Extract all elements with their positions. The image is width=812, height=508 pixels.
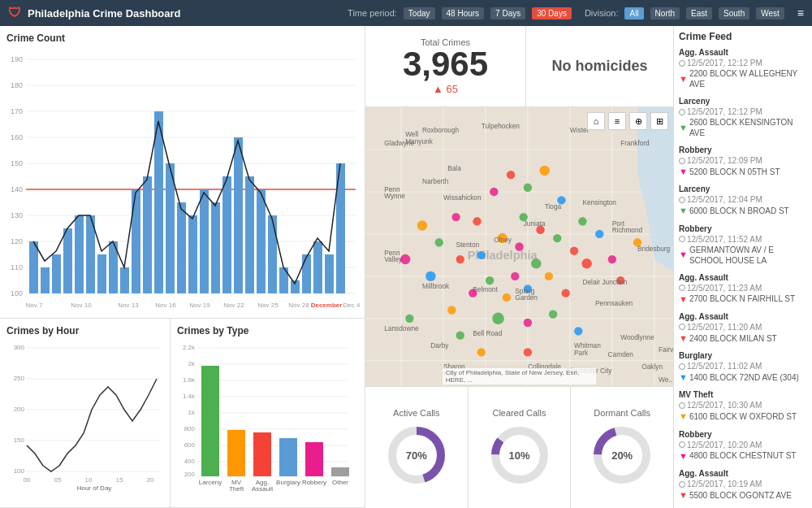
svg-text:Dec 4: Dec 4 [343,302,361,309]
feed-item-type: Agg. Assault [679,47,807,58]
app-title: Philadelphia Crime Dashboard [28,7,181,20]
svg-rect-96 [279,438,297,476]
svg-text:Nov 25: Nov 25 [257,302,279,309]
svg-point-164 [574,327,582,335]
division-all[interactable]: All [624,7,643,20]
svg-rect-41 [257,189,266,293]
calls-row: Active Calls 70% Cleared Calls 10% [365,386,673,508]
map-tool-list[interactable]: ≡ [608,112,626,130]
feed-items-container: Agg. Assault 12/5/2017, 12:12 PM ▼ 2200 … [679,47,807,508]
feed-item-addr: ▼ 5200 BLOCK N 05TH ST [679,166,807,177]
feed-item-addr: ▼ 4800 BLOCK CHESTNUT ST [679,450,807,462]
homicides-text: No homicides [551,58,647,75]
svg-point-147 [524,319,532,327]
svg-text:200: 200 [184,471,196,478]
crimes-by-hour-chart: 300 250 200 150 100 00 05 [6,340,164,490]
map-tool-settings[interactable]: ⊕ [629,112,647,130]
division-south[interactable]: South [719,7,749,20]
map-attribution: City of Philadelphia, State of New Jerse… [443,368,597,384]
svg-text:Garden: Garden [515,293,538,302]
svg-rect-33 [166,163,175,293]
svg-text:250: 250 [14,375,25,382]
svg-text:800: 800 [184,425,196,432]
feed-item-addr: ▼ 2200 BLOCK W ALLEGHENY AVE [679,68,807,89]
middle-column: Total Crimes 3,965 ▲ 65 No homicides [365,26,674,508]
division-west[interactable]: West [756,7,784,20]
svg-text:190: 190 [11,55,23,63]
svg-text:December: December [311,302,343,309]
svg-rect-45 [302,254,311,293]
feed-item-time: 12/5/2017, 10:19 AM [679,479,807,489]
svg-text:Bala: Bala [447,164,461,172]
svg-text:Delair Junction: Delair Junction [582,278,627,286]
svg-text:Wissahickon: Wissahickon [443,193,482,202]
svg-point-148 [549,310,557,318]
shield-icon: 🛡 [8,6,21,20]
feed-item-addr: ▼ GERMANTOWN AV / E SCHOOL HOUSE LA [679,245,807,266]
map-tool-home[interactable]: ⌂ [587,112,605,130]
feed-item: Agg. Assault 12/5/2017, 12:12 PM ▼ 2200 … [679,47,807,89]
map-toolbar: ⌂ ≡ ⊕ ⊞ [587,112,668,130]
active-calls-box: Active Calls 70% [365,387,469,508]
svg-point-126 [539,166,549,176]
feed-item-type: Agg. Assault [679,311,807,322]
crimes-by-hour-title: Crimes by Hour [6,325,163,336]
svg-text:Roxborough: Roxborough [422,126,460,134]
svg-text:Bridesburg: Bridesburg [637,245,671,253]
period-30d[interactable]: 30 Days [532,7,572,20]
svg-text:150: 150 [14,436,25,444]
svg-point-127 [490,188,498,196]
svg-point-153 [417,220,427,230]
map-tool-grid[interactable]: ⊞ [650,112,668,130]
map-area[interactable]: Philadelphia [365,107,673,386]
active-calls-donut: 70% [384,423,449,488]
feed-item: Robbery 12/5/2017, 11:52 AM ▼ GERMANTOWN… [679,224,807,266]
svg-rect-23 [52,254,61,293]
svg-text:1.8k: 1.8k [183,376,196,384]
svg-text:Camden: Camden [608,350,634,358]
total-crimes-change: ▲ 65 [433,83,458,95]
svg-rect-46 [313,241,322,293]
svg-rect-93 [201,366,219,476]
division-east[interactable]: East [686,7,712,20]
period-48h[interactable]: 48 Hours [442,7,485,20]
period-7d[interactable]: 7 Days [490,7,525,20]
svg-text:Nov 28: Nov 28 [288,302,309,309]
svg-point-146 [447,306,456,314]
svg-rect-25 [75,215,84,293]
crime-feed-panel: Crime Feed Agg. Assault 12/5/2017, 12:12… [674,26,812,508]
svg-text:300: 300 [14,344,25,351]
cleared-calls-box: Cleared Calls 10% [469,387,572,508]
total-crimes-number: 3,965 [403,47,488,81]
menu-icon[interactable]: ≡ [797,7,804,20]
svg-text:Wynne: Wynne [384,192,405,200]
svg-text:1k: 1k [188,409,196,416]
svg-text:Robbery: Robbery [302,479,326,486]
time-period-label: Time period: [348,8,397,18]
active-calls-label: Active Calls [393,408,439,418]
svg-point-133 [553,234,561,242]
svg-point-125 [524,184,532,192]
svg-rect-36 [200,189,209,293]
dormant-calls-pct: 20% [611,449,633,461]
crimes-by-type-title: Crimes by Type [177,325,358,336]
svg-text:Nov 13: Nov 13 [118,302,139,309]
svg-text:200: 200 [14,406,25,413]
svg-text:Woodlynne: Woodlynne [620,333,654,341]
cleared-calls-donut: 10% [487,423,552,488]
svg-text:140: 140 [11,185,23,193]
period-today[interactable]: Today [404,7,435,20]
feed-item: Larceny 12/5/2017, 12:04 PM ▼ 6000 BLOCK… [679,184,807,216]
svg-rect-29 [120,267,129,293]
svg-point-139 [581,258,591,268]
feed-item: Agg. Assault 12/5/2017, 11:20 AM ▼ 2400 … [679,311,807,344]
svg-text:Darby: Darby [430,341,449,350]
svg-text:Nov 10: Nov 10 [71,302,92,309]
feed-item-type: Agg. Assault [679,468,807,479]
division-north[interactable]: North [650,7,680,20]
svg-point-135 [477,251,486,259]
svg-point-154 [473,217,481,225]
feed-item-type: MV Theft [679,389,807,400]
svg-text:Fairview: Fairview [659,345,673,354]
svg-text:1.4k: 1.4k [183,393,196,400]
